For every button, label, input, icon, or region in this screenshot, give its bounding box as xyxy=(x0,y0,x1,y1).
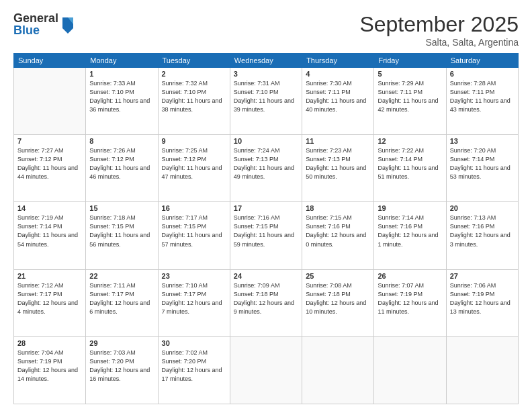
day-number: 19 xyxy=(378,204,442,212)
day-cell-0-3: 3Sunrise: 7:31 AM Sunset: 7:10 PM Daylig… xyxy=(230,68,302,135)
day-cell-1-5: 12Sunrise: 7:22 AM Sunset: 7:14 PM Dayli… xyxy=(374,135,446,202)
day-cell-3-1: 22Sunrise: 7:11 AM Sunset: 7:17 PM Dayli… xyxy=(86,269,158,336)
logo-general: General xyxy=(13,12,58,24)
day-info: Sunrise: 7:14 AM Sunset: 7:16 PM Dayligh… xyxy=(378,214,442,248)
day-cell-1-4: 11Sunrise: 7:23 AM Sunset: 7:13 PM Dayli… xyxy=(302,135,374,202)
day-number: 24 xyxy=(234,272,298,280)
day-number: 21 xyxy=(17,272,82,280)
day-info: Sunrise: 7:17 AM Sunset: 7:15 PM Dayligh… xyxy=(162,214,226,248)
logo: General Blue xyxy=(13,12,76,36)
day-info: Sunrise: 7:19 AM Sunset: 7:14 PM Dayligh… xyxy=(17,214,82,248)
day-number: 28 xyxy=(17,339,82,347)
day-info: Sunrise: 7:08 AM Sunset: 7:18 PM Dayligh… xyxy=(306,281,370,316)
day-cell-0-1: 1Sunrise: 7:33 AM Sunset: 7:10 PM Daylig… xyxy=(86,68,158,135)
day-info: Sunrise: 7:12 AM Sunset: 7:17 PM Dayligh… xyxy=(17,281,82,316)
day-info: Sunrise: 7:30 AM Sunset: 7:11 PM Dayligh… xyxy=(306,79,370,114)
day-cell-4-1: 29Sunrise: 7:03 AM Sunset: 7:20 PM Dayli… xyxy=(86,336,158,404)
day-cell-4-4 xyxy=(302,336,374,404)
col-wednesday: Wednesday xyxy=(230,54,302,68)
day-info: Sunrise: 7:20 AM Sunset: 7:14 PM Dayligh… xyxy=(450,146,515,181)
day-cell-0-4: 4Sunrise: 7:30 AM Sunset: 7:11 PM Daylig… xyxy=(302,68,374,135)
page: General Blue September 2025 Salta, Salta… xyxy=(0,0,532,411)
day-cell-3-3: 24Sunrise: 7:09 AM Sunset: 7:18 PM Dayli… xyxy=(230,269,302,336)
col-saturday: Saturday xyxy=(446,54,518,68)
day-number: 8 xyxy=(89,137,154,145)
day-info: Sunrise: 7:28 AM Sunset: 7:11 PM Dayligh… xyxy=(450,79,515,114)
day-number: 22 xyxy=(89,272,154,280)
logo-text: General Blue xyxy=(13,12,58,36)
day-number: 13 xyxy=(450,137,515,145)
month-title: September 2025 xyxy=(359,12,519,37)
header: General Blue September 2025 Salta, Salta… xyxy=(13,12,519,48)
day-cell-4-5 xyxy=(374,336,446,404)
logo-blue: Blue xyxy=(13,24,58,36)
day-number: 17 xyxy=(234,204,298,212)
day-cell-1-3: 10Sunrise: 7:24 AM Sunset: 7:13 PM Dayli… xyxy=(230,135,302,202)
col-sunday: Sunday xyxy=(14,54,86,68)
title-block: September 2025 Salta, Salta, Argentina xyxy=(359,12,519,48)
day-cell-2-4: 18Sunrise: 7:15 AM Sunset: 7:16 PM Dayli… xyxy=(302,202,374,269)
day-cell-1-0: 7Sunrise: 7:27 AM Sunset: 7:12 PM Daylig… xyxy=(14,135,86,202)
day-info: Sunrise: 7:27 AM Sunset: 7:12 PM Dayligh… xyxy=(17,146,82,181)
day-number: 29 xyxy=(89,339,154,347)
day-number: 7 xyxy=(17,137,82,145)
day-cell-0-0 xyxy=(14,68,86,135)
week-row-3: 14Sunrise: 7:19 AM Sunset: 7:14 PM Dayli… xyxy=(14,202,519,269)
day-info: Sunrise: 7:04 AM Sunset: 7:19 PM Dayligh… xyxy=(17,349,82,383)
day-info: Sunrise: 7:02 AM Sunset: 7:20 PM Dayligh… xyxy=(162,349,226,383)
week-row-5: 28Sunrise: 7:04 AM Sunset: 7:19 PM Dayli… xyxy=(14,336,519,404)
day-info: Sunrise: 7:24 AM Sunset: 7:13 PM Dayligh… xyxy=(234,146,298,181)
day-number: 23 xyxy=(162,272,226,280)
day-info: Sunrise: 7:33 AM Sunset: 7:10 PM Dayligh… xyxy=(89,79,154,114)
day-number: 12 xyxy=(378,137,442,145)
day-cell-1-2: 9Sunrise: 7:25 AM Sunset: 7:12 PM Daylig… xyxy=(158,135,230,202)
day-cell-4-2: 30Sunrise: 7:02 AM Sunset: 7:20 PM Dayli… xyxy=(158,336,230,404)
day-number: 9 xyxy=(162,137,226,145)
col-thursday: Thursday xyxy=(302,54,374,68)
day-number: 27 xyxy=(450,272,515,280)
day-number: 26 xyxy=(378,272,442,280)
day-info: Sunrise: 7:10 AM Sunset: 7:17 PM Dayligh… xyxy=(162,281,226,316)
calendar-header-row: Sunday Monday Tuesday Wednesday Thursday… xyxy=(14,54,519,68)
day-info: Sunrise: 7:06 AM Sunset: 7:19 PM Dayligh… xyxy=(450,281,515,316)
day-number: 10 xyxy=(234,137,298,145)
col-monday: Monday xyxy=(86,54,158,68)
location: Salta, Salta, Argentina xyxy=(359,37,519,48)
day-cell-2-6: 20Sunrise: 7:13 AM Sunset: 7:16 PM Dayli… xyxy=(446,202,518,269)
day-cell-4-3 xyxy=(230,336,302,404)
day-number: 4 xyxy=(306,70,370,78)
day-number: 20 xyxy=(450,204,515,212)
day-info: Sunrise: 7:13 AM Sunset: 7:16 PM Dayligh… xyxy=(450,214,515,248)
day-cell-3-0: 21Sunrise: 7:12 AM Sunset: 7:17 PM Dayli… xyxy=(14,269,86,336)
logo-icon xyxy=(60,15,76,34)
day-number: 3 xyxy=(234,70,298,78)
day-cell-3-5: 26Sunrise: 7:07 AM Sunset: 7:19 PM Dayli… xyxy=(374,269,446,336)
day-info: Sunrise: 7:23 AM Sunset: 7:13 PM Dayligh… xyxy=(306,146,370,181)
week-row-1: 1Sunrise: 7:33 AM Sunset: 7:10 PM Daylig… xyxy=(14,68,519,135)
day-cell-0-2: 2Sunrise: 7:32 AM Sunset: 7:10 PM Daylig… xyxy=(158,68,230,135)
week-row-4: 21Sunrise: 7:12 AM Sunset: 7:17 PM Dayli… xyxy=(14,269,519,336)
day-cell-2-1: 15Sunrise: 7:18 AM Sunset: 7:15 PM Dayli… xyxy=(86,202,158,269)
day-info: Sunrise: 7:07 AM Sunset: 7:19 PM Dayligh… xyxy=(378,281,442,316)
day-cell-3-6: 27Sunrise: 7:06 AM Sunset: 7:19 PM Dayli… xyxy=(446,269,518,336)
day-info: Sunrise: 7:11 AM Sunset: 7:17 PM Dayligh… xyxy=(89,281,154,316)
day-info: Sunrise: 7:15 AM Sunset: 7:16 PM Dayligh… xyxy=(306,214,370,248)
day-info: Sunrise: 7:03 AM Sunset: 7:20 PM Dayligh… xyxy=(89,349,154,383)
day-number: 5 xyxy=(378,70,442,78)
day-info: Sunrise: 7:25 AM Sunset: 7:12 PM Dayligh… xyxy=(162,146,226,181)
calendar-table: Sunday Monday Tuesday Wednesday Thursday… xyxy=(13,53,519,404)
day-number: 16 xyxy=(162,204,226,212)
day-info: Sunrise: 7:31 AM Sunset: 7:10 PM Dayligh… xyxy=(234,79,298,114)
col-friday: Friday xyxy=(374,54,446,68)
day-number: 18 xyxy=(306,204,370,212)
day-cell-3-4: 25Sunrise: 7:08 AM Sunset: 7:18 PM Dayli… xyxy=(302,269,374,336)
day-cell-3-2: 23Sunrise: 7:10 AM Sunset: 7:17 PM Dayli… xyxy=(158,269,230,336)
day-info: Sunrise: 7:18 AM Sunset: 7:15 PM Dayligh… xyxy=(89,214,154,248)
day-number: 1 xyxy=(89,70,154,78)
week-row-2: 7Sunrise: 7:27 AM Sunset: 7:12 PM Daylig… xyxy=(14,135,519,202)
col-tuesday: Tuesday xyxy=(158,54,230,68)
day-cell-1-6: 13Sunrise: 7:20 AM Sunset: 7:14 PM Dayli… xyxy=(446,135,518,202)
day-number: 11 xyxy=(306,137,370,145)
day-info: Sunrise: 7:26 AM Sunset: 7:12 PM Dayligh… xyxy=(89,146,154,181)
day-cell-1-1: 8Sunrise: 7:26 AM Sunset: 7:12 PM Daylig… xyxy=(86,135,158,202)
